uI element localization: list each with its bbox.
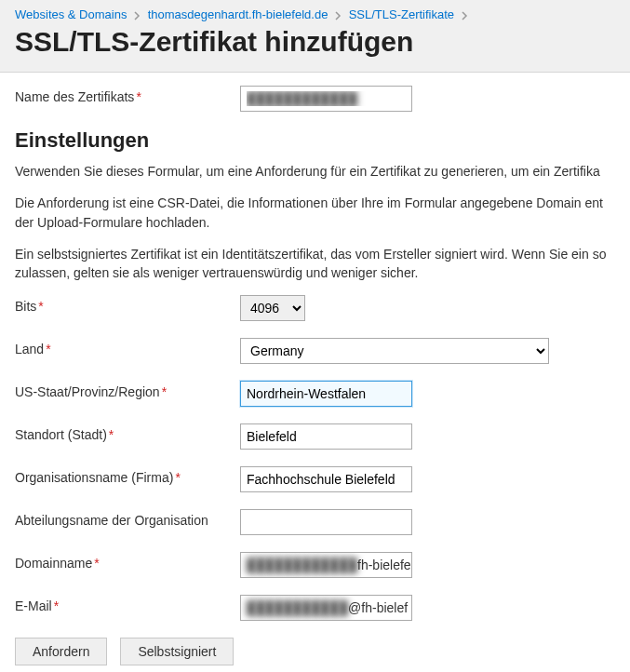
city-input[interactable] <box>240 423 412 450</box>
org-input[interactable] <box>240 466 412 492</box>
help-paragraph-1: Verwenden Sie dieses Formular, um eine A… <box>15 162 615 181</box>
help-paragraph-3: Ein selbstsigniertes Zertifikat ist ein … <box>15 245 615 283</box>
chevron-right-icon <box>462 7 468 21</box>
chevron-right-icon <box>335 7 342 21</box>
country-label: Land* <box>15 338 240 356</box>
cert-name-label: Name des Zertifikats* <box>15 86 240 104</box>
state-label: US-Staat/Provinz/Region* <box>15 381 240 399</box>
country-select[interactable]: Germany <box>240 338 549 364</box>
org-label: Organisationsname (Firma)* <box>15 466 240 485</box>
orgunit-input[interactable] <box>240 509 412 535</box>
page-title: SSL/TLS-Zertifikat hinzufügen <box>15 25 615 59</box>
selfsigned-button[interactable]: Selbstsigniert <box>120 638 234 665</box>
orgunit-label: Abteilungsname der Organisation <box>15 509 240 528</box>
city-label: Standort (Stadt)* <box>15 423 240 442</box>
email-input[interactable]: ███████████@fh-bielef <box>240 595 412 621</box>
help-paragraph-2: Die Anforderung ist eine CSR-Datei, die … <box>15 194 615 232</box>
settings-heading: Einstellungen <box>15 128 615 153</box>
chevron-right-icon <box>134 7 141 21</box>
request-button[interactable]: Anfordern <box>15 638 107 665</box>
bits-label: Bits* <box>15 295 240 314</box>
breadcrumb-link-ssl[interactable]: SSL/TLS-Zertifikate <box>349 7 454 21</box>
state-input[interactable] <box>240 381 412 407</box>
breadcrumb: Websites & Domains thomasdegenhardt.fh-b… <box>15 7 615 21</box>
breadcrumb-link-domain[interactable]: thomasdegenhardt.fh-bielefeld.de <box>148 7 328 21</box>
breadcrumb-link-websites[interactable]: Websites & Domains <box>15 7 127 21</box>
domain-input[interactable]: ████████████fh-bielefel <box>240 552 412 578</box>
email-label: E-Mail* <box>15 595 240 613</box>
domain-label: Domainname* <box>15 552 240 571</box>
bits-select[interactable]: 4096 <box>240 295 305 321</box>
cert-name-input[interactable] <box>240 86 412 112</box>
